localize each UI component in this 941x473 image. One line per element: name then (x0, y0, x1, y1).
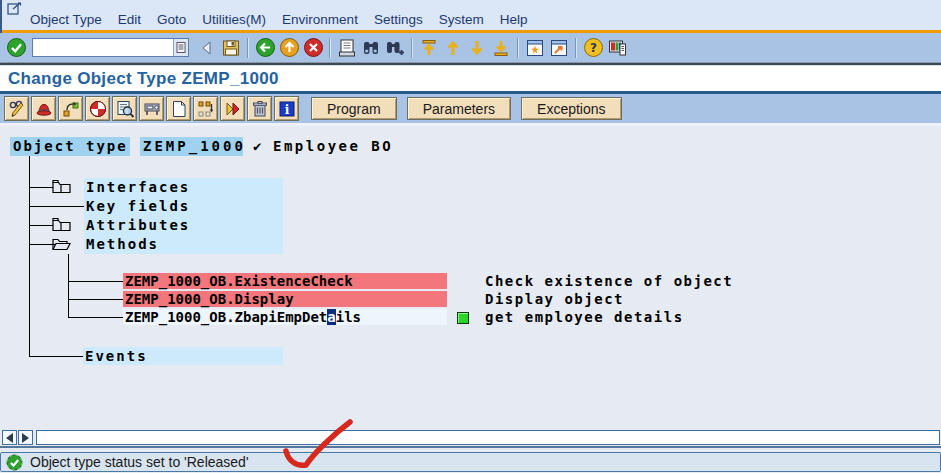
horizontal-scrollbar (0, 429, 941, 446)
tree-branch-line (68, 299, 123, 300)
new-session-button[interactable] (523, 36, 547, 60)
menu-environment[interactable]: Environment (274, 11, 366, 28)
execute-button[interactable] (220, 96, 245, 121)
generate-button[interactable] (85, 96, 110, 121)
toolbar-separator (517, 38, 519, 58)
method-row-existencecheck[interactable]: ZEMP_1000_OB.ExistenceCheck (123, 273, 447, 289)
display-program-icon (115, 99, 135, 119)
closed-folder-icon[interactable] (52, 179, 71, 196)
menu-utilities[interactable]: Utilities(M) (194, 11, 274, 28)
delete-button[interactable] (247, 96, 272, 121)
method-name-pre: ZEMP_1000_OB.ZbapiEmpDet (125, 309, 327, 325)
method-description: Check existence of object (485, 273, 733, 289)
menu-goto[interactable]: Goto (149, 11, 194, 28)
execute-icon (223, 99, 243, 119)
enter-button[interactable] (4, 36, 28, 60)
tree-branch-line (29, 356, 83, 357)
menu-items: Object Type Edit Goto Utilities(M) Envir… (22, 11, 535, 28)
closed-folder-icon[interactable] (52, 217, 71, 234)
command-dropdown-icon[interactable] (173, 39, 188, 56)
object-status-check: ✔ (253, 137, 261, 156)
status-message: Object type status set to 'Released' (30, 454, 249, 470)
menu-edit[interactable]: Edit (110, 11, 149, 28)
toolbar-separator (575, 38, 577, 58)
cancel-button[interactable] (301, 36, 325, 60)
toolbar-separator (411, 38, 413, 58)
page-down-icon (467, 38, 487, 58)
tree-trunk-line (29, 156, 30, 356)
menu-system[interactable]: System (431, 11, 492, 28)
window-control-icon[interactable] (7, 1, 22, 19)
save-button[interactable] (219, 36, 243, 60)
generate-icon (88, 99, 108, 119)
utilities-button[interactable] (139, 96, 164, 121)
save-icon (221, 38, 241, 58)
where-used-button[interactable] (58, 96, 83, 121)
toolbar-separator (329, 38, 331, 58)
tree-node-interfaces[interactable]: Interfaces (84, 178, 283, 197)
menu-bar: Object Type Edit Goto Utilities(M) Envir… (0, 0, 941, 30)
create-button[interactable] (166, 96, 191, 121)
parameters-button[interactable]: Parameters (407, 97, 511, 120)
change-position-button[interactable] (193, 96, 218, 121)
find-icon (361, 38, 381, 58)
method-row-display[interactable]: ZEMP_1000_OB.Display (123, 291, 447, 307)
tree-node-events[interactable]: Events (83, 347, 283, 365)
object-tree-panel: Object type ZEMP_1000 ✔ Employee BO Inte… (0, 126, 941, 429)
menu-settings[interactable]: Settings (366, 11, 431, 28)
svg-text:?: ? (590, 41, 597, 55)
command-field-wrap (32, 38, 189, 57)
object-type-value[interactable]: ZEMP_1000 (140, 137, 243, 156)
customize-layout-button[interactable] (605, 36, 629, 60)
customize-layout-icon (607, 38, 627, 58)
menu-help[interactable]: Help (492, 11, 536, 28)
object-type-label: Object type (10, 137, 130, 156)
documentation-icon: i (277, 99, 297, 119)
tree-node-key-fields[interactable]: Key fields (84, 197, 283, 216)
command-input[interactable] (33, 39, 173, 56)
exceptions-button[interactable]: Exceptions (521, 97, 621, 120)
display-change-button[interactable] (4, 96, 29, 121)
test-button[interactable] (31, 96, 56, 121)
first-page-button[interactable] (417, 36, 441, 60)
method-description: get employee details (485, 309, 684, 325)
print-button[interactable] (335, 36, 359, 60)
svg-text:i: i (284, 102, 289, 116)
tree-node-methods[interactable]: Methods (84, 235, 283, 254)
method-row-zbapiempdetails[interactable]: ZEMP_1000_OB.ZbapiEmpDetails (123, 309, 447, 325)
back-icon (255, 37, 276, 58)
program-button[interactable]: Program (311, 97, 397, 120)
help-button[interactable]: ? (581, 36, 605, 60)
toolbar-separator (247, 38, 249, 58)
scrollbar-track[interactable] (36, 430, 940, 445)
system-toolbar: ? (0, 33, 941, 62)
page-down-button[interactable] (465, 36, 489, 60)
released-status-icon (457, 312, 469, 324)
exit-icon (279, 37, 300, 58)
scroll-right-button[interactable] (18, 430, 33, 445)
display-program-button[interactable] (112, 96, 137, 121)
left-arrow-icon (6, 433, 13, 443)
where-used-icon (61, 99, 81, 119)
scroll-left-button[interactable] (2, 430, 17, 445)
find-button[interactable] (359, 36, 383, 60)
menu-object-type[interactable]: Object Type (22, 11, 110, 28)
collapse-icon (201, 41, 213, 55)
find-next-button[interactable] (383, 36, 407, 60)
help-icon: ? (583, 37, 604, 58)
text-cursor: a (327, 309, 335, 325)
collapse-button[interactable] (195, 36, 219, 60)
back-button[interactable] (253, 36, 277, 60)
create-shortcut-icon (549, 38, 569, 58)
tree-node-attributes[interactable]: Attributes (84, 216, 283, 235)
exit-button[interactable] (277, 36, 301, 60)
page-up-button[interactable] (441, 36, 465, 60)
first-page-icon (419, 38, 439, 58)
delete-icon (250, 99, 270, 119)
last-page-button[interactable] (489, 36, 513, 60)
cancel-icon (303, 37, 324, 58)
open-folder-icon[interactable] (52, 236, 71, 253)
change-position-icon (196, 99, 216, 119)
create-shortcut-button[interactable] (547, 36, 571, 60)
documentation-button[interactable]: i (274, 96, 299, 121)
